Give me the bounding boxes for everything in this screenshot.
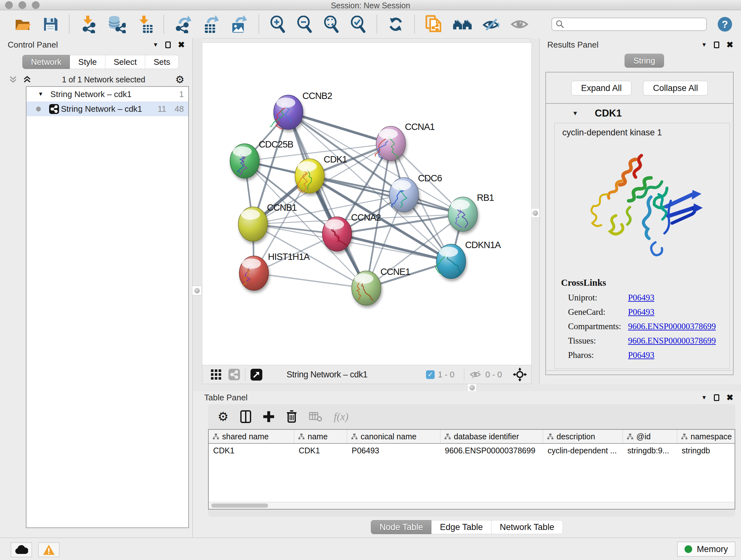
save-session-button[interactable]	[42, 15, 59, 34]
network-edge[interactable]	[288, 112, 391, 144]
panel-float-icon[interactable]	[165, 42, 171, 48]
crosslink-tissues-link[interactable]: 9606.ENSP00000378699	[628, 336, 716, 346]
network-collection-row[interactable]: ▼ String Network – cdk1 1	[26, 87, 188, 102]
tab-select[interactable]: Select	[105, 55, 145, 69]
hide-selected-button[interactable]	[482, 15, 501, 34]
network-edge[interactable]	[288, 112, 366, 288]
tab-network-table[interactable]: Network Table	[491, 520, 563, 534]
network-node-HIST1H1A[interactable]: HIST1H1A	[239, 252, 310, 291]
clone-network-button[interactable]	[424, 15, 443, 34]
import-network-database-button[interactable]	[107, 15, 126, 34]
results-tab-string[interactable]: String	[624, 54, 664, 68]
crosslink-genecard-link[interactable]: P06493	[628, 307, 655, 317]
memory-button[interactable]: Memory	[677, 542, 735, 557]
show-columns-button[interactable]	[240, 410, 252, 423]
network-node-RB1[interactable]: RB1	[448, 192, 494, 232]
apply-layout-button[interactable]	[387, 15, 405, 34]
column-header-shared-name[interactable]: shared name	[209, 430, 294, 443]
table-horizontal-scrollbar[interactable]	[209, 502, 735, 509]
tab-network[interactable]: Network	[22, 55, 70, 69]
network-node-CCNE1[interactable]: CCNE1	[352, 266, 410, 306]
crosslink-pharos-link[interactable]: P06493	[628, 350, 655, 360]
zoom-in-button[interactable]	[269, 15, 286, 34]
panel-close-icon[interactable]: ✖	[178, 41, 185, 49]
table-cell[interactable]: stringdb	[677, 444, 735, 457]
left-splitter[interactable]	[193, 38, 202, 384]
column-header-namespace[interactable]: namespace	[677, 430, 735, 443]
show-all-button[interactable]	[510, 15, 529, 34]
crosslink-uniprot-link[interactable]: P06493	[628, 293, 655, 303]
table-cell[interactable]: cyclin-dependent ...	[543, 444, 623, 457]
crosslink-compartments-link[interactable]: 9606.ENSP00000378699	[628, 321, 716, 331]
panel-close-icon[interactable]: ✖	[726, 41, 733, 49]
zoom-fit-button[interactable]	[322, 15, 340, 34]
birdseye-grid-button[interactable]	[211, 369, 221, 380]
panel-menu-icon[interactable]: ▼	[701, 42, 707, 48]
export-network-button[interactable]	[174, 15, 193, 34]
warning-button[interactable]	[38, 543, 59, 557]
right-splitter-handle[interactable]	[530, 208, 540, 218]
column-header--id[interactable]: @id	[623, 430, 677, 443]
selected-checkbox[interactable]: ✓	[426, 370, 434, 379]
collection-caret-icon[interactable]: ▼	[38, 91, 44, 98]
column-header-description[interactable]: description	[543, 430, 623, 443]
protein-caret-icon[interactable]: ▼	[572, 110, 578, 117]
search-input[interactable]	[565, 19, 703, 30]
tab-node-table[interactable]: Node Table	[371, 520, 431, 534]
column-header-canonical-name[interactable]: canonical name	[347, 430, 441, 443]
network-edge[interactable]	[254, 273, 366, 288]
hidden-eye-icon[interactable]	[469, 369, 482, 380]
open-in-window-button[interactable]	[251, 369, 262, 381]
panel-float-icon[interactable]	[714, 42, 719, 48]
function-builder-button[interactable]: f(x)	[334, 411, 348, 423]
network-node-CCNA1[interactable]: CCNA1	[375, 122, 434, 161]
network-node-CDKN1A[interactable]: CDKN1A	[435, 240, 501, 279]
table-cell[interactable]: CDK1	[209, 444, 294, 457]
panel-float-icon[interactable]	[714, 394, 719, 401]
zoom-selected-button[interactable]	[349, 15, 367, 34]
expand-all-icon[interactable]	[22, 75, 32, 84]
create-column-button[interactable]	[263, 411, 274, 423]
network-row[interactable]: String Network – cdk1 11 48	[26, 102, 188, 116]
network-graph[interactable]: CCNB2CCNA1CDC25BCDK1CDC6RB1CCNB1CCNA2CDK…	[202, 43, 531, 365]
scrollbar-thumb[interactable]	[211, 503, 268, 508]
string-home-button[interactable]	[452, 15, 473, 34]
table-cell[interactable]: stringdb:9...	[623, 444, 677, 457]
left-splitter-handle[interactable]	[192, 286, 202, 295]
panel-menu-icon[interactable]: ▼	[701, 394, 707, 401]
panel-close-icon[interactable]: ✖	[726, 393, 733, 401]
table-options-button[interactable]: ⚙	[218, 411, 228, 423]
network-overview-button[interactable]	[228, 369, 240, 380]
open-folder-icon	[14, 16, 32, 33]
open-session-button[interactable]	[13, 15, 32, 34]
collapse-all-icon[interactable]	[8, 75, 18, 84]
fit-selected-button[interactable]	[513, 368, 527, 381]
network-canvas[interactable]: CCNB2CCNA1CDC25BCDK1CDC6RB1CCNB1CCNA2CDK…	[202, 43, 532, 365]
table-row[interactable]: CDK1CDK1P064939606.ENSP00000378699cyclin…	[209, 444, 735, 457]
tab-edge-table[interactable]: Edge Table	[431, 520, 491, 534]
tab-style[interactable]: Style	[70, 55, 105, 69]
import-table-button[interactable]	[135, 15, 154, 34]
horizontal-splitter[interactable]	[193, 384, 741, 391]
table-cell[interactable]: 9606.ENSP00000378699	[441, 444, 543, 457]
network-options-gear-icon[interactable]: ⚙	[175, 74, 185, 84]
table-cell[interactable]: P06493	[347, 444, 441, 457]
network-node-CCNA2[interactable]: CCNA2	[322, 212, 381, 251]
panel-menu-icon[interactable]: ▼	[152, 42, 158, 48]
help-button[interactable]: ?	[718, 17, 732, 32]
network-node-CCNB1[interactable]: CCNB1	[239, 202, 297, 241]
table-cell[interactable]: CDK1	[294, 444, 347, 457]
collapse-all-button[interactable]: Collapse All	[643, 81, 708, 96]
zoom-out-button[interactable]	[295, 15, 313, 34]
delete-column-button[interactable]	[286, 410, 297, 423]
export-image-button[interactable]	[230, 15, 249, 34]
export-table-button[interactable]	[202, 15, 221, 34]
cloud-status-button[interactable]	[11, 543, 32, 557]
tab-sets[interactable]: Sets	[145, 55, 179, 69]
protein-card-header[interactable]: ▼ CDK1	[547, 104, 732, 123]
column-header-database-identifier[interactable]: database identifier	[441, 430, 543, 443]
import-network-file-button[interactable]	[79, 15, 98, 34]
expand-all-button[interactable]: Expand All	[571, 81, 632, 96]
column-header-name[interactable]: name	[294, 430, 347, 443]
delete-table-button[interactable]	[309, 411, 322, 422]
